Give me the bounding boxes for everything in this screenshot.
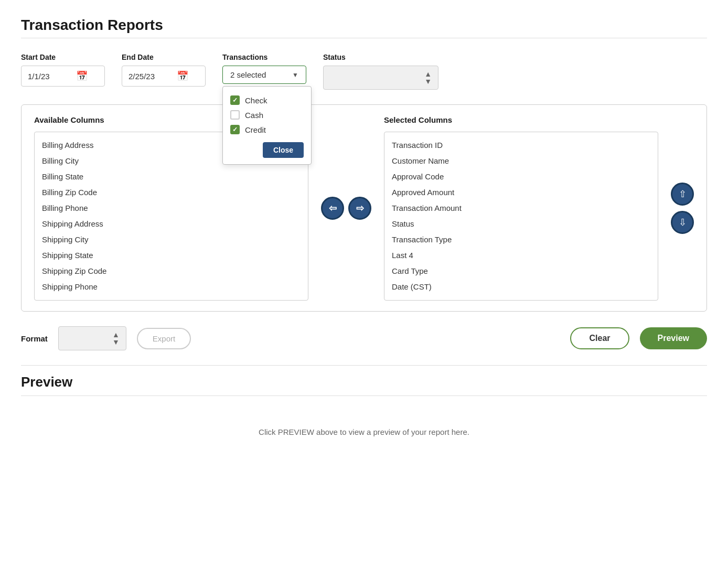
move-right-button[interactable]: ⇨	[348, 197, 371, 220]
dropdown-close-button[interactable]: Close	[263, 142, 304, 158]
transactions-group: Transactions 2 selected ▼ Check Cash Cre…	[222, 53, 306, 84]
list-item[interactable]: Shipping City	[42, 232, 301, 248]
transactions-dropdown-button[interactable]: 2 selected ▼	[222, 66, 306, 84]
clear-button[interactable]: Clear	[570, 327, 629, 349]
end-date-wrapper: 📅	[122, 66, 206, 87]
page-title: Transaction Reports	[21, 17, 707, 34]
start-date-input[interactable]	[28, 72, 70, 81]
list-item[interactable]: Billing Zip Code	[42, 185, 301, 200]
start-date-group: Start Date 📅	[21, 53, 105, 87]
list-item[interactable]: Transaction Type	[392, 232, 650, 248]
list-item[interactable]: Billing Phone	[42, 200, 301, 216]
list-item[interactable]: Last 4	[392, 248, 650, 263]
list-item[interactable]: Transaction ID	[392, 137, 650, 153]
list-item[interactable]: Shipping State	[42, 248, 301, 263]
preview-button[interactable]: Preview	[640, 327, 707, 349]
selected-columns-title: Selected Columns	[384, 115, 658, 124]
status-select[interactable]	[330, 73, 420, 82]
list-item[interactable]: Shipping Address	[42, 216, 301, 232]
end-date-group: End Date 📅	[122, 53, 206, 87]
status-label: Status	[323, 53, 438, 61]
selected-columns-box: Selected Columns Transaction ID Customer…	[384, 115, 658, 301]
list-item[interactable]: Billing State	[42, 169, 301, 185]
transactions-dropdown-popup: Check Cash Credit Close	[222, 86, 312, 165]
format-select[interactable]	[65, 334, 108, 343]
move-up-button[interactable]: ⇧	[671, 183, 694, 206]
check-label: Check	[245, 96, 267, 105]
check-checkbox[interactable]	[230, 95, 240, 105]
list-item[interactable]: Approved Amount	[392, 185, 650, 200]
status-arrow-up: ▲	[424, 70, 432, 78]
list-item[interactable]: Shipping Phone	[42, 279, 301, 295]
status-select-wrapper: ▲ ▼	[323, 66, 438, 90]
move-down-button[interactable]: ⇩	[671, 211, 694, 234]
status-select-arrows: ▲ ▼	[424, 70, 432, 85]
format-select-wrapper: ▲ ▼	[58, 326, 126, 350]
status-group: Status ▲ ▼	[323, 53, 438, 90]
list-item[interactable]: Card Type	[392, 263, 650, 279]
start-date-label: Start Date	[21, 53, 105, 61]
list-item[interactable]: Status	[392, 216, 650, 232]
export-button[interactable]: Export	[137, 328, 191, 349]
end-date-input[interactable]	[129, 72, 170, 81]
bottom-toolbar: Format ▲ ▼ Export Clear Preview	[21, 326, 707, 350]
status-arrow-down: ▼	[424, 78, 432, 85]
preview-section: Preview Click PREVIEW above to view a pr…	[21, 365, 707, 457]
selected-columns-list[interactable]: Transaction ID Customer Name Approval Co…	[384, 132, 658, 301]
list-item[interactable]: Transaction Amount	[392, 200, 650, 216]
start-date-wrapper: 📅	[21, 66, 105, 87]
cash-checkbox[interactable]	[230, 110, 240, 120]
credit-label: Credit	[245, 125, 266, 134]
preview-title: Preview	[21, 374, 707, 390]
credit-checkbox[interactable]	[230, 125, 240, 134]
move-order-arrows: ⇧ ⇩	[671, 183, 694, 234]
transactions-option-credit[interactable]: Credit	[230, 122, 304, 137]
transactions-selected-text: 2 selected	[230, 70, 266, 79]
format-arrow-down: ▼	[112, 338, 120, 346]
list-item[interactable]: Approval Code	[392, 169, 650, 185]
title-divider	[21, 38, 707, 38]
end-date-calendar-icon[interactable]: 📅	[177, 70, 188, 82]
transactions-dropdown-arrow: ▼	[292, 71, 298, 79]
preview-divider	[21, 396, 707, 396]
start-date-calendar-icon[interactable]: 📅	[76, 70, 88, 82]
columns-section: Available Columns Billing Address Billin…	[21, 104, 707, 312]
list-item[interactable]: Customer Name	[392, 153, 650, 169]
format-label: Format	[21, 334, 48, 343]
columns-inner: Available Columns Billing Address Billin…	[34, 115, 694, 301]
cash-label: Cash	[245, 111, 263, 120]
list-item[interactable]: Shipping Zip Code	[42, 263, 301, 279]
list-item[interactable]: Date (CST)	[392, 279, 650, 295]
format-select-arrows: ▲ ▼	[112, 331, 120, 346]
transactions-option-cash[interactable]: Cash	[230, 108, 304, 122]
transactions-option-check[interactable]: Check	[230, 93, 304, 108]
preview-hint: Click PREVIEW above to view a preview of…	[21, 407, 707, 457]
transactions-label: Transactions	[222, 53, 306, 61]
filter-row: Start Date 📅 End Date 📅 Transactions 2 s…	[21, 53, 707, 90]
move-left-button[interactable]: ⇦	[321, 197, 344, 220]
format-arrow-up: ▲	[112, 331, 120, 338]
end-date-label: End Date	[122, 53, 206, 61]
transfer-arrows: ⇦ ⇨	[317, 197, 376, 220]
